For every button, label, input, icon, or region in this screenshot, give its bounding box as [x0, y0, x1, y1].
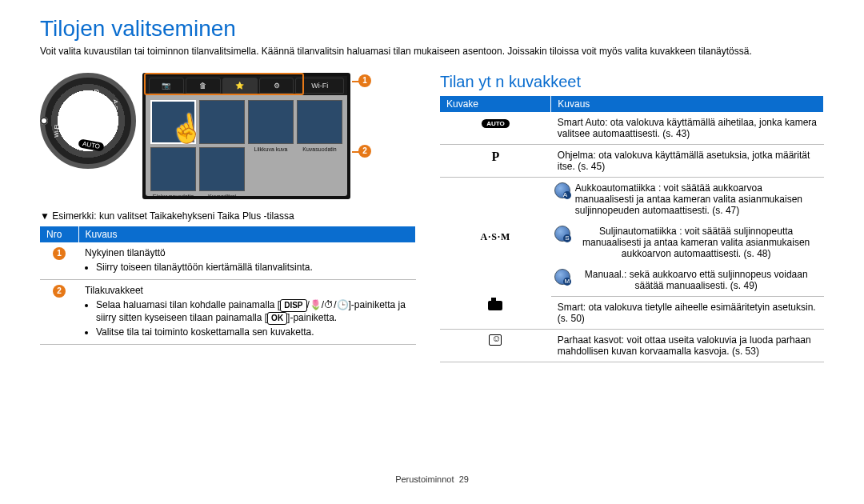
ok-key: OK — [267, 312, 287, 325]
th-kuvake: Kuvake — [440, 96, 551, 112]
program-mode-icon: P — [492, 150, 500, 163]
thumb-label: Kuvaeditori — [200, 194, 244, 199]
tab-trash: 🗑 — [186, 78, 221, 94]
dial-asm-label: A·S·M — [113, 99, 120, 117]
th-kuvaus: Kuvaus — [78, 226, 416, 242]
tab-star: ⭐ — [222, 78, 258, 94]
thumb-photofilter: Kuvasuodatin — [297, 100, 342, 144]
right-section-title: Tilan yt n kuvakkeet — [440, 73, 824, 91]
row1-desc: Nykyinen tilanäyttö Siirry toiseen tilan… — [78, 242, 416, 280]
right-column: Tilan yt n kuvakkeet Kuvake Kuvaus AUTO … — [440, 73, 824, 362]
bestface-desc: Parhaat kasvot: voit ottaa useita valoku… — [551, 329, 824, 362]
thumb-editor: Kuvaeditori — [199, 147, 245, 191]
auto-mode-icon: AUTO — [482, 119, 510, 128]
shutter-sub-icon — [554, 226, 570, 242]
thumb-moviefilter: Elokuvasuodatin — [150, 147, 196, 191]
asm-m-desc: Manuaal.: sekä aukkoarvo että suljinnope… — [551, 264, 824, 297]
program-desc: Ohjelma: ota valokuva käyttämällä asetuk… — [551, 144, 824, 177]
callout-1-icon: 1 — [358, 74, 371, 87]
tab-camera: 📷 — [149, 78, 184, 94]
manual-sub-icon — [554, 269, 570, 285]
bestface-mode-icon — [489, 334, 502, 346]
example-caption: Esimerkki: kun valitset Taikakehykseni T… — [40, 210, 416, 222]
touchscreen-preview: 📷 🗑 ⭐ ⚙ Wi-Fi Taikakeh Jaettu kuva Liikk… — [142, 73, 350, 199]
left-column: AUTO A·S·M Wi-Fi P S 👁 📷 🗑 ⭐ ⚙ Wi-Fi Tai… — [40, 73, 416, 362]
asm-s-desc: Suljinautomatiikka : voit säätää suljinn… — [551, 221, 824, 264]
callout-2-icon: 2 — [358, 145, 371, 158]
intro-text: Voit valita kuvaustilan tai toiminnon ti… — [40, 45, 824, 58]
dial-p-label: P — [94, 89, 99, 98]
dial-auto-label: AUTO — [78, 138, 105, 151]
row1-title: Nykyinen tilanäyttö — [85, 247, 166, 258]
thumb-label: Elokuvasuodatin — [151, 194, 195, 199]
row2-title: Tilakuvakkeet — [85, 285, 143, 296]
smart-desc: Smart: ota valokuva tietylle aiheelle es… — [551, 296, 824, 329]
aperture-sub-icon — [554, 182, 570, 198]
row1-badge: 1 — [53, 247, 66, 260]
row2-bullet2: Valitse tila tai toiminto koskettamalla … — [96, 326, 410, 338]
disp-key: DISP — [280, 299, 306, 312]
row2-badge: 2 — [53, 285, 66, 298]
tab-wifi: Wi-Fi — [295, 78, 344, 94]
dial-s-icon: S — [75, 94, 83, 104]
touch-hand-icon: ☝ — [167, 110, 206, 147]
auto-desc: Smart Auto: ota valokuva käyttämällä aih… — [551, 112, 824, 145]
th-kuvaus2: Kuvaus — [551, 96, 824, 112]
page-title: Tilojen valitseminen — [40, 16, 824, 42]
mode-dial: AUTO A·S·M Wi-Fi P S 👁 — [40, 73, 136, 169]
dial-eye-icon: 👁 — [58, 108, 68, 118]
tab-gear: ⚙ — [259, 78, 294, 94]
right-table: Kuvake Kuvaus AUTO Smart Auto: ota valok… — [440, 96, 824, 362]
footer-page: 29 — [459, 474, 469, 484]
row2-desc: Tilakuvakkeet Selaa haluamasi tilan kohd… — [78, 279, 416, 344]
left-table: Nro Kuvaus 1 Nykyinen tilanäyttö Siirry … — [40, 226, 416, 345]
footer-section: Perustoiminnot — [395, 474, 454, 484]
row2-bullet1: Selaa haluamasi tilan kohdalle painamall… — [96, 299, 410, 325]
thumb-split: Jaettu kuva — [199, 100, 245, 144]
th-nro: Nro — [40, 226, 78, 242]
asm-mode-icon: A·S·M — [481, 231, 511, 242]
row1-bullet: Siirry toiseen tilanäyttöön kiertämällä … — [96, 262, 410, 273]
asm-a-desc: Aukkoautomatiikka : voit säätää aukkoarv… — [551, 177, 824, 221]
smart-mode-icon — [488, 301, 502, 310]
thumb-motion: Liikkuva kuva — [248, 100, 294, 144]
dial-wifi-label: Wi-Fi — [54, 124, 59, 137]
page-footer: Perustoiminnot 29 — [40, 474, 824, 484]
